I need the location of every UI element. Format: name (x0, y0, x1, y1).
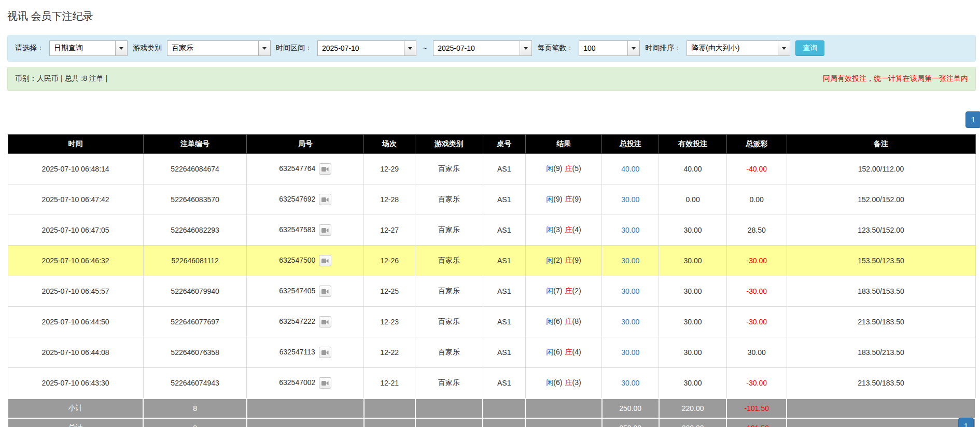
time-sort-input[interactable] (687, 40, 778, 56)
table-row: 2025-07-10 06:44:50 522646077697 6325472… (8, 307, 975, 337)
date-from-combobox (317, 40, 416, 56)
subtotal-empty-cell (364, 398, 415, 418)
col-header-session: 场次 (364, 135, 415, 154)
table-no-cell: AS1 (483, 184, 525, 215)
time-cell: 2025-07-10 06:48:14 (8, 154, 143, 184)
table-no-cell: AS1 (483, 337, 525, 368)
round-id: 632547692 (279, 195, 315, 203)
time-sort-dropdown-button[interactable] (778, 40, 790, 56)
page-size-dropdown-button[interactable] (627, 40, 640, 56)
query-type-input[interactable] (49, 40, 115, 56)
banker-result-label: 庄 (565, 195, 572, 203)
grand-total-total-bet: 250.00 (602, 418, 659, 427)
game-type-input[interactable] (167, 40, 258, 56)
grand-total-empty-cell (483, 418, 525, 427)
time-sort-label: 时间排序： (645, 44, 681, 53)
bet-id-cell: 522646082293 (143, 215, 247, 246)
video-replay-button[interactable] (319, 286, 331, 297)
table-no-cell: AS1 (483, 246, 525, 276)
pagination-page-button-bottom[interactable]: 1 (958, 418, 974, 427)
page-size-input[interactable] (579, 40, 627, 56)
col-header-table-no: 桌号 (483, 135, 525, 154)
grand-total-count: 8 (143, 418, 247, 427)
date-from-dropdown-button[interactable] (404, 40, 416, 56)
table-row: 2025-07-10 06:47:05 522646082293 6325475… (8, 215, 975, 246)
total-bet-link[interactable]: 30.00 (621, 379, 639, 387)
subtotal-payout: -101.50 (726, 398, 787, 418)
banker-result-score: (8) (572, 317, 581, 325)
video-replay-button[interactable] (319, 347, 331, 358)
video-replay-button[interactable] (319, 194, 331, 205)
total-bet-link[interactable]: 40.00 (621, 165, 639, 173)
date-to-dropdown-button[interactable] (520, 40, 532, 56)
table-no-cell: AS1 (483, 154, 525, 184)
total-bet-link[interactable]: 30.00 (621, 287, 639, 295)
query-type-dropdown-button[interactable] (115, 40, 128, 56)
remark-cell: 213.50/183.50 (787, 307, 975, 337)
result-cell: 闲(2)庄(9) (525, 246, 601, 276)
video-camera-icon (321, 227, 329, 233)
time-cell: 2025-07-10 06:44:08 (8, 337, 143, 368)
time-cell: 2025-07-10 06:43:30 (8, 368, 143, 399)
player-result-label: 闲 (546, 317, 553, 325)
video-replay-button[interactable] (319, 316, 331, 328)
session-cell: 12-21 (364, 368, 415, 399)
round-id: 632547500 (279, 256, 315, 264)
player-result-label: 闲 (546, 225, 553, 234)
payout-cell: -30.00 (726, 307, 787, 337)
video-camera-icon (321, 350, 329, 355)
player-result-score: (6) (553, 317, 562, 325)
round-id: 632547222 (279, 317, 315, 325)
video-replay-button[interactable] (319, 377, 331, 389)
player-result-score: (6) (553, 378, 562, 387)
valid-bet-cell: 30.00 (659, 215, 727, 246)
pagination-page-button[interactable]: 1 (965, 111, 980, 128)
payout-cell: -40.00 (726, 154, 787, 184)
summary-note: 同局有效投注，统一计算在该局第一张注单内 (823, 74, 968, 83)
result-cell: 闲(6)庄(3) (525, 368, 601, 399)
video-replay-button[interactable] (319, 255, 331, 266)
total-bet-cell: 30.00 (602, 368, 659, 399)
game-type-combobox (167, 40, 271, 56)
session-cell: 12-29 (364, 154, 415, 184)
total-bet-link[interactable]: 30.00 (621, 318, 639, 326)
round-id: 632547113 (279, 348, 315, 356)
total-bet-link[interactable]: 30.00 (621, 195, 639, 204)
round-cell: 632547692 (247, 184, 364, 215)
date-from-input[interactable] (317, 40, 404, 56)
total-bet-link[interactable]: 30.00 (621, 348, 639, 357)
table-no-cell: AS1 (483, 368, 525, 399)
total-bet-link[interactable]: 30.00 (621, 226, 639, 234)
filter-bar: 请选择： 游戏类别 时间区间： ~ 每页笔数： 时间排序： (7, 35, 976, 62)
subtotal-row: 小计 8 250.00 220.00 -101.50 (8, 398, 975, 418)
summary-info: 币别：人民币 | 总共 :8 注单 | (15, 74, 107, 83)
pagination-top: 1 (7, 91, 976, 134)
remark-cell: 123.50/152.00 (787, 215, 975, 246)
date-to-input[interactable] (433, 40, 520, 56)
video-replay-button[interactable] (319, 163, 331, 175)
video-replay-button[interactable] (319, 224, 331, 236)
page-size-label: 每页笔数： (537, 44, 573, 53)
video-camera-icon (321, 166, 329, 172)
player-result-score: (3) (553, 225, 562, 234)
player-result-score: (2) (553, 256, 562, 264)
table-row: 2025-07-10 06:47:42 522646083570 6325476… (8, 184, 975, 215)
total-bet-link[interactable]: 30.00 (621, 257, 639, 265)
game-type-dropdown-button[interactable] (258, 40, 271, 56)
subtotal-total-bet: 250.00 (602, 398, 659, 418)
search-button[interactable]: 查询 (795, 40, 824, 56)
valid-bet-cell: 30.00 (659, 276, 727, 307)
banker-result-score: (5) (572, 164, 581, 173)
grand-total-label: 总计 (8, 418, 143, 427)
col-header-bet-id: 注单编号 (143, 135, 247, 154)
valid-bet-cell: 30.00 (659, 337, 727, 368)
player-result-label: 闲 (546, 287, 553, 295)
banker-result-score: (4) (572, 348, 581, 356)
chevron-down-icon (524, 47, 528, 50)
payout-cell: -30.00 (726, 246, 787, 276)
game-type-cell: 百家乐 (415, 337, 483, 368)
game-type-cell: 百家乐 (415, 184, 483, 215)
table-row: 2025-07-10 06:48:14 522646084674 6325477… (8, 154, 975, 184)
game-type-cell: 百家乐 (415, 368, 483, 399)
betting-records-page: 视讯 会员下注纪录 请选择： 游戏类别 时间区间： ~ 每页笔数： 时间排序： (0, 0, 980, 427)
